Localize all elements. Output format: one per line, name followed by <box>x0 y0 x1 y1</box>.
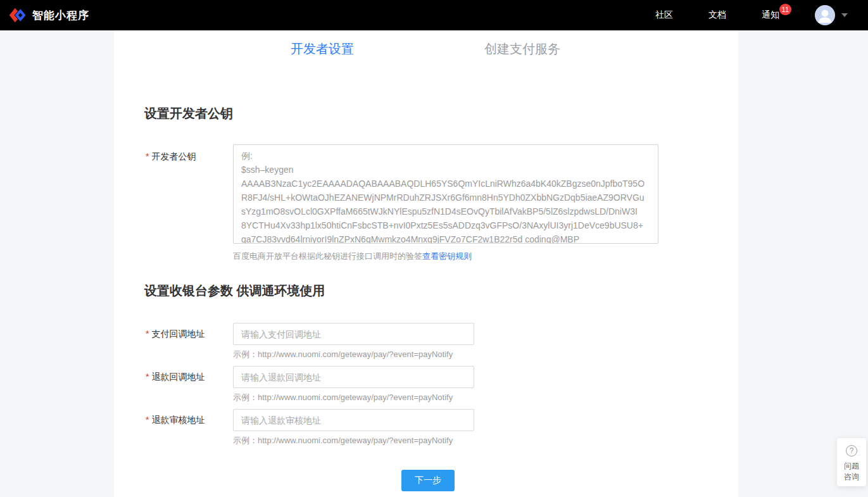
consult-widget-line1: 问题 <box>837 461 866 472</box>
diamond-logo-icon <box>9 6 27 24</box>
pay-callback-label: *支付回调地址 <box>146 329 204 340</box>
section-title-developer-key: 设置开发者公钥 <box>144 105 233 122</box>
developer-key-label: *开发者公钥 <box>146 151 196 163</box>
refund-callback-label-text: 退款回调地址 <box>151 372 204 382</box>
tab-create-payment-service[interactable]: 创建支付服务 <box>484 41 560 58</box>
chevron-down-icon[interactable] <box>841 13 848 17</box>
tab-developer-settings[interactable]: 开发者设置 <box>291 41 354 58</box>
page: 智能小程序 社区 文档 通知 11 开发者设置 创建支付服务 设置开发者公钥 *… <box>0 0 868 497</box>
user-icon <box>815 5 835 25</box>
notification-badge: 11 <box>779 4 791 15</box>
refund-review-label: *退款审核地址 <box>146 415 204 426</box>
nav-item-docs[interactable]: 文档 <box>708 9 726 21</box>
nav-item-notifications-label: 通知 <box>762 9 779 20</box>
developer-key-textarea[interactable]: 例: $ssh–keygen AAAAB3NzaC1yc2EAAAADAQABA… <box>233 144 658 244</box>
required-asterisk: * <box>146 151 149 161</box>
top-nav-bar: 智能小程序 社区 文档 通知 11 <box>0 0 868 30</box>
nav-item-notifications[interactable]: 通知 11 <box>762 9 779 21</box>
view-key-rules-link[interactable]: 查看密钥规则 <box>422 251 472 261</box>
refund-review-input[interactable] <box>233 409 474 431</box>
next-step-button[interactable]: 下一步 <box>401 470 455 491</box>
avatar[interactable] <box>815 5 835 25</box>
nav-item-community[interactable]: 社区 <box>655 9 673 21</box>
refund-callback-example: 示例：http://www.nuomi.com/geteway/pay/?eve… <box>233 392 453 403</box>
pay-callback-label-text: 支付回调地址 <box>151 329 204 339</box>
refund-review-example: 示例：http://www.nuomi.com/geteway/pay/?eve… <box>233 435 453 446</box>
key-helper-label: 百度电商开放平台根据此秘钥进行接口调用时的验签 <box>233 251 422 261</box>
consult-widget[interactable]: ? 问题 咨询 <box>837 438 866 486</box>
logo-text: 智能小程序 <box>32 8 89 23</box>
refund-callback-label: *退款回调地址 <box>146 372 204 383</box>
app-logo[interactable]: 智能小程序 <box>9 6 89 24</box>
consult-widget-line2: 咨询 <box>837 472 866 482</box>
required-asterisk: * <box>146 372 149 382</box>
section-title-cashier-params: 设置收银台参数 供调通环境使用 <box>144 282 325 299</box>
pay-callback-input[interactable] <box>233 323 474 345</box>
refund-callback-input[interactable] <box>233 366 474 388</box>
refund-review-label-text: 退款审核地址 <box>151 415 204 425</box>
developer-key-label-text: 开发者公钥 <box>151 151 196 161</box>
required-asterisk: * <box>146 415 149 425</box>
key-helper-text: 百度电商开放平台根据此秘钥进行接口调用时的验签查看密钥规则 <box>233 251 472 262</box>
question-circle-icon: ? <box>846 445 857 456</box>
header-nav: 社区 文档 通知 11 <box>655 0 868 30</box>
pay-callback-example: 示例：http://www.nuomi.com/geteway/pay/?eve… <box>233 349 453 360</box>
required-asterisk: * <box>146 329 149 339</box>
